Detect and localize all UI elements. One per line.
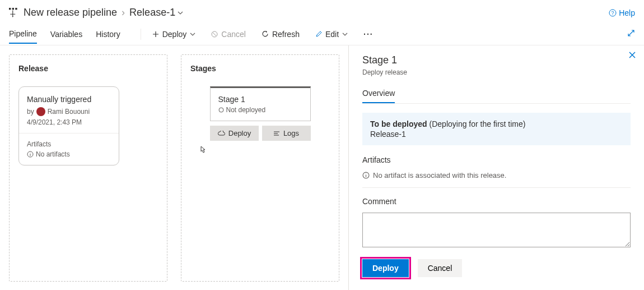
svg-point-7 <box>219 108 223 112</box>
tabs-row: Pipeline Variables History Deploy Cancel… <box>0 23 644 45</box>
release-panel-title: Release <box>18 64 158 73</box>
no-artifacts-text: No artifacts <box>36 150 70 158</box>
side-panel-tabs: Overview <box>362 85 631 104</box>
release-card-by: by Rami Bououni <box>27 107 111 116</box>
by-user: Rami Bououni <box>48 108 90 116</box>
release-card[interactable]: Manually triggered by Rami Bououni 4/9/2… <box>18 86 119 165</box>
more-button[interactable]: ··· <box>359 27 378 41</box>
banner-bold: To be deployed <box>370 119 427 128</box>
tab-overview[interactable]: Overview <box>362 85 395 103</box>
svg-text:?: ? <box>612 10 614 16</box>
stages-panel: Stages Stage 1 Not deployed Deploy <box>181 54 339 282</box>
breadcrumb-pipeline[interactable]: New release pipeline <box>24 7 117 19</box>
left-pane: Release Manually triggered by Rami Bouou… <box>0 45 348 290</box>
info-icon <box>27 151 34 158</box>
comment-textarea[interactable] <box>362 213 631 247</box>
side-panel-actions: Deploy Cancel <box>362 259 631 277</box>
release-card-date: 4/9/2021, 2:43 PM <box>27 118 111 126</box>
stage-logs-button[interactable]: Logs <box>262 126 311 141</box>
cancel-toolbar-button: Cancel <box>207 27 250 41</box>
side-panel-subtitle: Deploy release <box>362 68 631 76</box>
header: New release pipeline › Release-1 ? Help <box>0 0 644 23</box>
chevron-down-icon <box>190 31 195 37</box>
refresh-label: Refresh <box>272 30 300 39</box>
breadcrumb: New release pipeline › Release-1 <box>24 7 183 19</box>
comment-section: Comment <box>362 197 631 249</box>
stage-deploy-label: Deploy <box>228 129 251 137</box>
side-panel-title: Stage 1 <box>362 54 631 66</box>
breadcrumb-release-label: Release-1 <box>129 7 175 19</box>
tab-variables[interactable]: Variables <box>50 25 82 43</box>
deploy-menu-button[interactable]: Deploy <box>148 27 200 41</box>
help-icon: ? <box>609 9 617 17</box>
cancel-button[interactable]: Cancel <box>418 259 463 277</box>
artifacts-empty-text: No artifact is associated with this rele… <box>362 169 631 179</box>
breadcrumb-separator: › <box>122 7 125 19</box>
close-icon[interactable] <box>628 51 636 61</box>
banner-release: Release-1 <box>370 130 623 139</box>
circle-icon <box>218 107 224 113</box>
divider <box>141 29 141 40</box>
deploy-menu-label: Deploy <box>162 30 187 39</box>
by-prefix: by <box>27 108 34 116</box>
release-card-title: Manually triggered <box>27 95 111 104</box>
cancel-icon <box>211 31 218 38</box>
artifacts-section: Artifacts No artifact is associated with… <box>362 155 631 188</box>
status-banner: To be deployed (Deploying for the first … <box>362 113 631 145</box>
artifacts-section-title: Artifacts <box>362 155 631 165</box>
deploy-confirm-button[interactable]: Deploy <box>362 259 409 277</box>
svg-rect-2 <box>15 8 17 10</box>
chevron-down-icon <box>342 31 348 37</box>
breadcrumb-release[interactable]: Release-1 <box>129 7 183 19</box>
avatar <box>36 107 45 116</box>
help-link[interactable]: ? Help <box>609 8 635 17</box>
refresh-icon <box>262 30 269 38</box>
no-artifacts: No artifacts <box>27 150 111 158</box>
cloud-icon <box>217 131 225 136</box>
refresh-button[interactable]: Refresh <box>257 27 304 41</box>
info-icon <box>362 172 370 179</box>
edit-label: Edit <box>325 30 339 39</box>
plus-icon <box>152 31 159 38</box>
stage-card-status: Not deployed <box>218 106 302 114</box>
stage-status-text: Not deployed <box>226 106 266 114</box>
edit-icon <box>315 31 322 38</box>
chevron-down-icon <box>178 10 183 16</box>
cancel-toolbar-label: Cancel <box>221 30 246 39</box>
cursor-pointer-icon <box>198 148 207 157</box>
comment-title: Comment <box>362 197 631 209</box>
tab-history[interactable]: History <box>96 25 120 43</box>
pipeline-icon <box>9 8 19 18</box>
stages-panel-title: Stages <box>190 64 330 73</box>
stage-card[interactable]: Stage 1 Not deployed <box>210 86 311 121</box>
svg-rect-0 <box>9 8 11 10</box>
stage-deploy-button[interactable]: Deploy <box>210 126 259 141</box>
svg-rect-1 <box>12 8 14 10</box>
main: Release Manually triggered by Rami Bouou… <box>0 45 644 290</box>
stage-card-title: Stage 1 <box>218 95 302 104</box>
release-panel: Release Manually triggered by Rami Bouou… <box>9 54 167 282</box>
help-label: Help <box>619 8 635 17</box>
tab-pipeline[interactable]: Pipeline <box>9 25 37 44</box>
artifacts-label: Artifacts <box>27 140 111 148</box>
deploy-side-panel: Stage 1 Deploy release Overview To be de… <box>348 45 644 290</box>
artifacts-empty-label: No artifact is associated with this rele… <box>373 171 506 179</box>
expand-icon[interactable] <box>627 29 635 39</box>
stage-logs-label: Logs <box>283 129 299 137</box>
edit-menu-button[interactable]: Edit <box>311 27 352 41</box>
logs-icon <box>273 131 280 136</box>
banner-note: (Deploying for the first time) <box>430 119 526 128</box>
